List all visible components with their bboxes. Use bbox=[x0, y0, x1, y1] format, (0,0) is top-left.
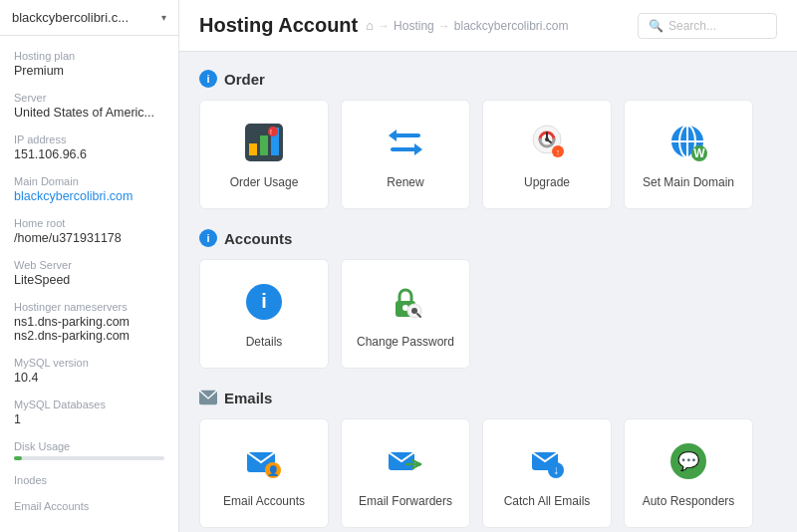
envelope-icon bbox=[199, 389, 217, 406]
cards-grid-order: ! Order Usage Renew ↑ Upgrade W Set Main… bbox=[199, 100, 777, 209]
sidebar-field-label: Home root bbox=[14, 217, 164, 229]
card-details[interactable]: i Details bbox=[199, 259, 329, 369]
sidebar-field: Hosting planPremium bbox=[14, 50, 164, 78]
sidebar-field: Inodes bbox=[14, 474, 164, 486]
disk-usage-bar bbox=[14, 456, 164, 460]
account-name: blackcybercolibri.c... bbox=[12, 10, 129, 25]
card-catch-all-emails[interactable]: ↓ Catch All Emails bbox=[482, 418, 612, 528]
section-emails: Emails 👤 Email Accounts Email Forwarders… bbox=[199, 389, 777, 528]
sidebar-field-label: Web Server bbox=[14, 259, 164, 271]
sidebar-field: ServerUnited States of Americ... bbox=[14, 92, 164, 120]
main-panel: Hosting Account ⌂ → Hosting → blackcyber… bbox=[179, 0, 797, 532]
card-label: Upgrade bbox=[524, 175, 570, 189]
change-password-icon bbox=[383, 279, 428, 325]
sidebar-field-label: Inodes bbox=[14, 474, 164, 486]
sidebar-field-value: 10.4 bbox=[14, 371, 164, 385]
card-auto-responders[interactable]: 💬 Auto Responders bbox=[624, 418, 753, 528]
sidebar-field: Home root/home/u371931178 bbox=[14, 217, 164, 245]
section-header-emails: Emails bbox=[199, 389, 777, 406]
email-forwarders-icon bbox=[383, 438, 428, 484]
svg-marker-9 bbox=[414, 143, 422, 155]
sidebar-field-value[interactable]: blackcybercolibri.com bbox=[14, 189, 164, 203]
sidebar-field-value: ns1.dns-parking.comns2.dns-parking.com bbox=[14, 315, 164, 343]
sidebar: blackcybercolibri.c... ▾ Hosting planPre… bbox=[0, 0, 179, 532]
sidebar-field-label: Server bbox=[14, 92, 164, 104]
card-upgrade[interactable]: ↑ Upgrade bbox=[482, 100, 612, 209]
breadcrumb-hosting[interactable]: Hosting bbox=[394, 19, 434, 33]
card-email-accounts[interactable]: 👤 Email Accounts bbox=[199, 418, 329, 528]
sidebar-field-value: Premium bbox=[14, 64, 164, 78]
breadcrumb-sep-2: → bbox=[438, 19, 450, 33]
svg-text:↓: ↓ bbox=[553, 463, 559, 477]
card-change-password[interactable]: Change Password bbox=[341, 259, 470, 369]
sidebar-field-label: MySQL Databases bbox=[14, 399, 164, 410]
section-title-emails: Emails bbox=[224, 390, 272, 406]
content-area: iOrder ! Order Usage Renew ↑ Upgrade bbox=[179, 52, 797, 532]
section-accounts: iAccounts i Details Change Password bbox=[199, 229, 777, 369]
topbar: Hosting Account ⌂ → Hosting → blackcyber… bbox=[179, 0, 797, 52]
page-title: Hosting Account bbox=[199, 14, 358, 37]
sidebar-field: MySQL version10.4 bbox=[14, 357, 164, 385]
svg-text:👤: 👤 bbox=[267, 464, 280, 477]
sidebar-field-label: Hostinger nameservers bbox=[14, 301, 164, 313]
chevron-down-icon: ▾ bbox=[161, 12, 166, 23]
set-main-domain-icon: W bbox=[665, 120, 711, 165]
details-icon: i bbox=[241, 279, 287, 325]
card-label: Order Usage bbox=[230, 175, 299, 189]
sidebar-field-label: Hosting plan bbox=[14, 50, 164, 62]
card-renew[interactable]: Renew bbox=[341, 100, 470, 209]
sidebar-field-value: United States of Americ... bbox=[14, 106, 164, 120]
sidebar-field-label: MySQL version bbox=[14, 357, 164, 369]
sidebar-field-value: LiteSpeed bbox=[14, 273, 164, 287]
cards-grid-emails: 👤 Email Accounts Email Forwarders ↓ Catc… bbox=[199, 418, 777, 528]
order-usage-icon: ! bbox=[241, 120, 287, 165]
svg-point-27 bbox=[411, 308, 417, 314]
search-icon: 🔍 bbox=[649, 19, 664, 33]
auto-responders-icon: 💬 bbox=[665, 438, 711, 484]
search-placeholder-text: Search... bbox=[668, 19, 716, 33]
breadcrumb-home-icon: ⌂ bbox=[366, 18, 374, 33]
cards-grid-accounts: i Details Change Password bbox=[199, 259, 777, 369]
card-set-main-domain[interactable]: W Set Main Domain bbox=[624, 100, 753, 209]
svg-text:i: i bbox=[261, 290, 267, 312]
section-order: iOrder ! Order Usage Renew ↑ Upgrade bbox=[199, 70, 777, 209]
disk-usage-fill bbox=[14, 456, 22, 460]
breadcrumb: ⌂ → Hosting → blackcybercolibri.com bbox=[366, 18, 568, 33]
breadcrumb-domain[interactable]: blackcybercolibri.com bbox=[454, 19, 569, 33]
card-label: Auto Responders bbox=[643, 494, 735, 508]
svg-text:↑: ↑ bbox=[556, 147, 561, 157]
topbar-left: Hosting Account ⌂ → Hosting → blackcyber… bbox=[199, 14, 569, 37]
sidebar-field: Hostinger nameserversns1.dns-parking.com… bbox=[14, 301, 164, 343]
card-label: Email Accounts bbox=[223, 494, 305, 508]
sidebar-field: Web ServerLiteSpeed bbox=[14, 259, 164, 287]
card-label: Catch All Emails bbox=[504, 494, 591, 508]
svg-marker-8 bbox=[389, 130, 397, 141]
section-title-accounts: Accounts bbox=[224, 230, 292, 247]
svg-text:💬: 💬 bbox=[677, 450, 700, 472]
sidebar-field-value: 1 bbox=[14, 412, 164, 426]
card-label: Set Main Domain bbox=[643, 175, 734, 189]
section-header-order: iOrder bbox=[199, 70, 777, 88]
search-box[interactable]: 🔍 Search... bbox=[638, 13, 777, 39]
sidebar-field-label: Main Domain bbox=[14, 175, 164, 187]
sidebar-field: MySQL Databases1 bbox=[14, 399, 164, 426]
card-label: Details bbox=[246, 335, 283, 349]
sidebar-field: Disk Usage bbox=[14, 440, 164, 460]
breadcrumb-sep-1: → bbox=[378, 19, 390, 33]
account-selector[interactable]: blackcybercolibri.c... ▾ bbox=[0, 0, 178, 36]
svg-text:W: W bbox=[693, 146, 705, 160]
svg-rect-2 bbox=[260, 135, 268, 155]
card-order-usage[interactable]: ! Order Usage bbox=[199, 100, 329, 209]
card-email-forwarders[interactable]: Email Forwarders bbox=[341, 418, 470, 528]
card-label: Email Forwarders bbox=[359, 494, 452, 508]
card-label: Change Password bbox=[357, 335, 454, 349]
upgrade-icon: ↑ bbox=[524, 120, 570, 165]
renew-icon bbox=[383, 120, 428, 165]
sidebar-field: IP address151.106.96.6 bbox=[14, 133, 164, 161]
catch-all-emails-icon: ↓ bbox=[524, 438, 570, 484]
section-header-accounts: iAccounts bbox=[199, 229, 777, 247]
sidebar-field-value: /home/u371931178 bbox=[14, 231, 164, 245]
sidebar-body: Hosting planPremiumServerUnited States o… bbox=[0, 36, 178, 532]
sidebar-field-label: Disk Usage bbox=[14, 440, 164, 452]
sidebar-field-label: Email Accounts bbox=[14, 500, 164, 512]
